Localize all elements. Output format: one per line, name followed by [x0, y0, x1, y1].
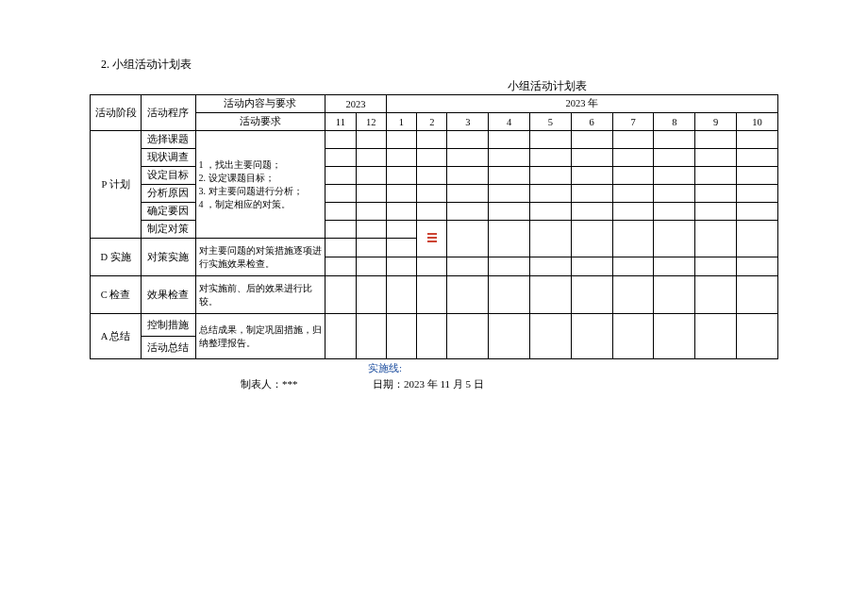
month-cell: 4: [489, 113, 530, 131]
month-cell: 1: [386, 113, 416, 131]
footer-row: 制表人：*** 日期：2023 年 11 月 5 日: [90, 377, 778, 391]
table-row: 设定目标: [91, 167, 778, 185]
step-cell: 对策实施: [142, 239, 195, 276]
req-d: 对主要问题的对策措施逐项进行实施效果检查。: [195, 239, 326, 276]
month-cell: 6: [571, 113, 612, 131]
month-cell: 11: [326, 113, 356, 131]
impl-line-label: 实施线:: [368, 361, 778, 375]
col-req-sub: 活动要求: [195, 113, 326, 131]
progress-marker-icon: [427, 231, 437, 244]
marker-cell: [417, 221, 447, 257]
month-cell: 9: [695, 113, 737, 131]
req-p: 1 ，找出主要问题； 2. 设定课题目标； 3. 对主要问题进行分析； 4 ，制…: [195, 131, 326, 239]
col-year-b: 2023 年: [386, 95, 777, 113]
step-cell: 活动总结: [142, 337, 195, 359]
plan-table: 活动阶段 活动程序 活动内容与要求 2023 2023 年 活动要求 11 12…: [90, 94, 778, 359]
phase-a-label: A 总结: [91, 314, 142, 359]
step-cell: 制定对策: [142, 221, 195, 239]
table-row: 制定对策: [91, 221, 778, 239]
step-cell: 效果检查: [142, 276, 195, 314]
month-cell: 7: [612, 113, 654, 131]
table-row: P 计划 选择课题 1 ，找出主要问题； 2. 设定课题目标； 3. 对主要问题…: [91, 131, 778, 149]
month-cell: 5: [530, 113, 572, 131]
step-cell: 确定要因: [142, 203, 195, 221]
document-page: 2. 小组活动计划表 小组活动计划表 活动阶段 活动程序 活动内容与要求 202…: [0, 0, 868, 391]
step-cell: 设定目标: [142, 167, 195, 185]
col-stage: 活动阶段: [91, 95, 142, 131]
req-a: 总结成果，制定巩固措施，归纳整理报告。: [195, 314, 326, 359]
table-row: 分析原因: [91, 185, 778, 203]
step-cell: 现状调查: [142, 149, 195, 167]
month-cell: 12: [356, 113, 386, 131]
author-label: 制表人：***: [241, 377, 373, 391]
step-cell: 选择课题: [142, 131, 195, 149]
table-header-row: 活动阶段 活动程序 活动内容与要求 2023 2023 年: [91, 95, 778, 113]
table-row: A 总结 控制措施 总结成果，制定巩固措施，归纳整理报告。: [91, 314, 778, 337]
req-c: 对实施前、后的效果进行比较。: [195, 276, 326, 314]
phase-p-label: P 计划: [91, 131, 142, 239]
phase-d-label: D 实施: [91, 239, 142, 276]
table-row: 现状调查: [91, 149, 778, 167]
date-label: 日期：2023 年 11 月 5 日: [373, 377, 778, 391]
col-content: 活动内容与要求: [195, 95, 326, 113]
phase-c-label: C 检查: [91, 276, 142, 314]
month-cell: 2: [417, 113, 447, 131]
month-cell: 8: [654, 113, 695, 131]
month-cell: 10: [737, 113, 778, 131]
step-cell: 控制措施: [142, 314, 195, 337]
col-process: 活动程序: [142, 95, 195, 131]
month-cell: 3: [447, 113, 489, 131]
table-row: 确定要因: [91, 203, 778, 221]
table-title: 小组活动计划表: [316, 78, 778, 94]
section-heading: 2. 小组活动计划表: [101, 57, 778, 73]
step-cell: 分析原因: [142, 185, 195, 203]
col-year-a: 2023: [326, 95, 387, 113]
